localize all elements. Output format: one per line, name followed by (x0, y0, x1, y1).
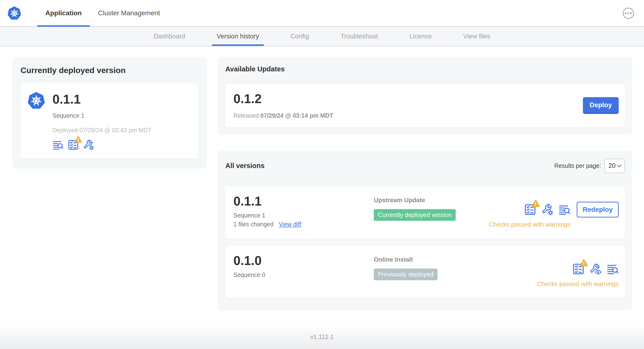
version-row: 0.1.0 Sequence 0 Online Install Previous… (225, 246, 625, 298)
row-sequence-label: Sequence 0 (234, 272, 374, 278)
all-versions-title: All versions (225, 162, 264, 170)
row-sequence-label: Sequence 1 (234, 212, 374, 219)
release-timestamp: Released 07/29/24 @ 03:14 pm MDT (234, 112, 333, 119)
currently-deployed-card: Currently deployed version 0.1.1 Sequenc… (12, 57, 207, 168)
deploy-logs-icon[interactable] (558, 204, 570, 216)
results-per-page-label: Results per page: (554, 162, 601, 169)
top-nav-tabs: Application Cluster Management (37, 0, 168, 26)
deploy-button[interactable]: Deploy (583, 97, 619, 114)
preflight-checks-icon[interactable] (572, 263, 584, 275)
deployed-timestamp: Deployed 07/29/24 @ 02:43 pm MDT (52, 127, 152, 134)
subtab-license[interactable]: License (407, 27, 434, 46)
subtab-version-history[interactable]: Version history (214, 27, 261, 46)
view-config-icon[interactable] (590, 263, 602, 275)
app-sub-nav: Dashboard Version history Config Trouble… (0, 27, 644, 46)
preflight-status-text: Checks passed with warnings (537, 280, 619, 288)
more-options-button[interactable] (623, 8, 634, 19)
subtab-config[interactable]: Config (288, 27, 312, 46)
subtab-troubleshoot[interactable]: Troubleshoot (338, 27, 380, 46)
subtab-dashboard[interactable]: Dashboard (151, 27, 188, 46)
chevron-down-icon (617, 164, 622, 167)
tab-cluster-management[interactable]: Cluster Management (90, 0, 168, 26)
tab-application[interactable]: Application (37, 0, 90, 26)
version-source-label: Upstream Update (374, 196, 489, 204)
deployed-version-number: 0.1.1 (52, 91, 152, 106)
available-updates-card: Available Updates 0.1.2 Released 07/29/2… (218, 57, 632, 134)
kubernetes-logo-icon (7, 6, 22, 20)
currently-deployed-title: Currently deployed version (20, 66, 198, 75)
preflight-checks-icon[interactable] (68, 140, 79, 150)
admin-console-page: Application Cluster Management Dashboard… (0, 0, 644, 349)
deployed-sequence-label: Sequence 1 (52, 112, 152, 119)
version-source-label: Online Install (374, 256, 537, 263)
ellipsis-icon (625, 12, 626, 14)
update-row: 0.1.2 Released 07/29/24 @ 03:14 pm MDT D… (225, 84, 625, 127)
warning-triangle-icon (74, 136, 82, 143)
row-version-number: 0.1.0 (234, 254, 374, 267)
deploy-logs-icon[interactable] (607, 263, 619, 275)
top-nav: Application Cluster Management (0, 0, 644, 27)
redeploy-button[interactable]: Redeploy (577, 202, 619, 218)
edit-config-icon[interactable] (541, 204, 553, 216)
version-history-content: Currently deployed version 0.1.1 Sequenc… (0, 46, 644, 325)
row-version-number: 0.1.1 (234, 194, 374, 208)
console-version-label: v1.112.1 (310, 333, 334, 341)
all-versions-card: All versions Results per page: 20 0.1.1 … (218, 151, 632, 310)
kubernetes-app-icon (27, 91, 45, 110)
deploy-logs-icon[interactable] (52, 140, 64, 150)
version-row: 0.1.1 Sequence 1 1 files changed View di… (225, 186, 625, 238)
preflight-checks-icon[interactable] (524, 204, 536, 216)
page-footer: v1.112.1 (0, 325, 644, 349)
edit-config-icon[interactable] (83, 140, 94, 150)
warning-triangle-icon (531, 199, 540, 208)
files-changed-label: 1 files changed (234, 221, 274, 228)
update-version-number: 0.1.2 (234, 92, 333, 106)
results-per-page-select[interactable]: 20 (604, 159, 625, 173)
status-badge: Previously deployed (374, 268, 438, 280)
available-updates-title: Available Updates (225, 65, 625, 73)
status-badge: Currently deployed version (374, 209, 456, 221)
view-diff-link[interactable]: View diff (279, 221, 301, 228)
subtab-view-files[interactable]: View files (461, 27, 493, 46)
preflight-status-text: Checks passed with warnings (489, 221, 571, 228)
app-logo (7, 0, 22, 26)
deployed-version-card: 0.1.1 Sequence 1 Deployed 07/29/24 @ 02:… (20, 83, 198, 158)
warning-triangle-icon (580, 259, 588, 267)
